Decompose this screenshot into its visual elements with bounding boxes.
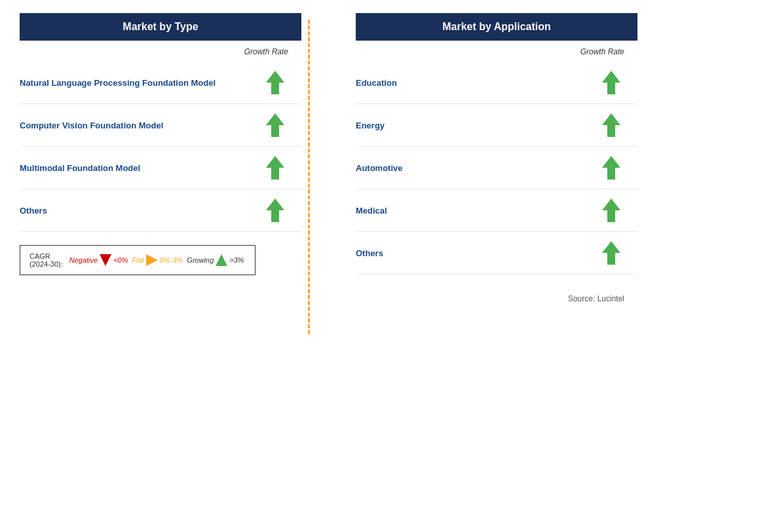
orange-right-arrow-icon	[146, 254, 158, 266]
others-type-row: Others	[20, 189, 301, 232]
dashed-divider	[308, 20, 310, 334]
svg-marker-4	[602, 71, 620, 94]
source-label: Source: Lucintel	[356, 294, 637, 303]
automotive-row: Automotive	[356, 147, 637, 189]
multimodal-row: Multimodal Foundation Model	[20, 147, 301, 189]
nlp-label: Natural Language Processing Foundation M…	[20, 78, 256, 88]
nlp-row: Natural Language Processing Foundation M…	[20, 62, 301, 104]
energy-label: Energy	[356, 121, 592, 130]
left-growth-rate-label: Growth Rate	[244, 47, 288, 56]
education-label: Education	[356, 78, 592, 88]
automotive-arrow	[592, 156, 631, 180]
legend-negative-range: <0%	[113, 256, 128, 264]
legend-box: CAGR(2024-30): Negative <0% Flat 0%-3% G…	[20, 245, 256, 275]
education-row: Education	[356, 62, 637, 104]
left-panel: Market by Type Growth Rate Natural Langu…	[20, 13, 301, 519]
left-growth-rate-row: Growth Rate	[20, 47, 301, 56]
legend-flat-label: Flat	[132, 256, 144, 264]
legend-growing-label: Growing	[187, 256, 214, 264]
red-down-arrow-icon	[100, 254, 111, 266]
legend-flat: Flat 0%-3%	[132, 254, 183, 266]
cv-label: Computer Vision Foundation Model	[20, 121, 256, 130]
legend-cagr-label: CAGR(2024-30):	[29, 252, 63, 268]
svg-marker-6	[602, 156, 620, 180]
energy-arrow	[592, 113, 631, 137]
others-type-arrow	[256, 199, 295, 222]
legend-flat-range: 0%-3%	[160, 256, 183, 264]
others-type-label: Others	[20, 206, 256, 216]
green-up-arrow-sm-icon	[216, 254, 227, 266]
legend-growing-range: >3%	[229, 256, 244, 264]
svg-marker-8	[602, 241, 620, 265]
energy-row: Energy	[356, 104, 637, 147]
main-container: Market by Type Growth Rate Natural Langu…	[0, 0, 777, 532]
multimodal-label: Multimodal Foundation Model	[20, 163, 256, 173]
right-panel-header: Market by Application	[356, 13, 637, 41]
cv-arrow	[256, 113, 295, 137]
svg-marker-7	[602, 199, 620, 222]
others-app-arrow	[592, 241, 631, 265]
education-arrow	[592, 71, 631, 94]
svg-marker-5	[602, 113, 620, 137]
others-app-label: Others	[356, 248, 592, 258]
others-app-row: Others	[356, 232, 637, 275]
svg-marker-0	[266, 71, 284, 94]
left-panel-header: Market by Type	[20, 13, 301, 41]
svg-marker-1	[266, 113, 284, 137]
legend-growing: Growing >3%	[187, 254, 244, 266]
legend-negative: Negative <0%	[69, 254, 128, 266]
svg-marker-2	[266, 156, 284, 180]
automotive-label: Automotive	[356, 163, 592, 173]
medical-label: Medical	[356, 206, 592, 216]
legend-negative-label: Negative	[69, 256, 98, 264]
right-growth-rate-row: Growth Rate	[356, 47, 637, 56]
right-panel: Market by Application Growth Rate Educat…	[356, 13, 637, 519]
nlp-arrow	[256, 71, 295, 94]
cv-row: Computer Vision Foundation Model	[20, 104, 301, 147]
multimodal-arrow	[256, 156, 295, 180]
divider-container	[301, 13, 316, 519]
medical-row: Medical	[356, 189, 637, 232]
right-growth-rate-label: Growth Rate	[580, 47, 624, 56]
medical-arrow	[592, 199, 631, 222]
svg-marker-3	[266, 199, 284, 222]
